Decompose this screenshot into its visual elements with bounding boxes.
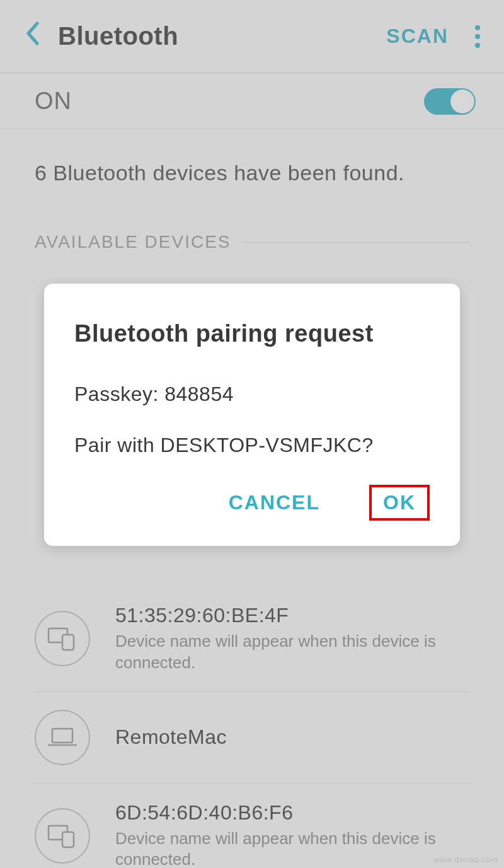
pairing-dialog: Bluetooth pairing request Passkey: 84885… <box>44 284 460 546</box>
pair-device-name: DESKTOP-VSMFJKC? <box>161 434 374 456</box>
passkey-line: Passkey: 848854 <box>74 383 430 406</box>
pair-prefix: Pair with <box>74 434 154 456</box>
ok-button[interactable]: OK <box>369 485 430 521</box>
dialog-title: Bluetooth pairing request <box>74 320 430 347</box>
passkey-label: Passkey: <box>74 383 159 405</box>
cancel-button[interactable]: CANCEL <box>217 485 331 521</box>
dialog-actions: CANCEL OK <box>74 485 430 521</box>
passkey-value: 848854 <box>164 383 234 405</box>
pair-question: Pair with DESKTOP-VSMFJKC? <box>74 434 430 457</box>
watermark: www.deuaq.com <box>433 855 498 864</box>
